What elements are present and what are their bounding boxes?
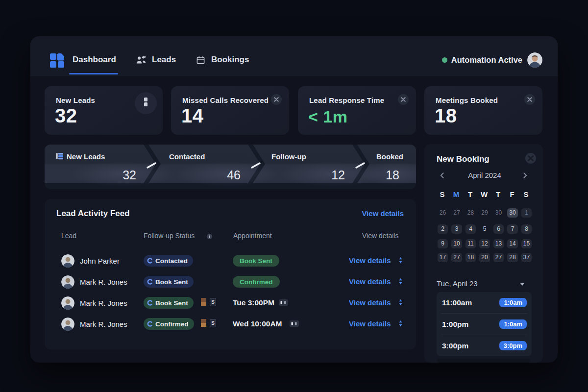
svg-text:46: 46 <box>227 168 241 182</box>
svg-text:18: 18 <box>386 168 399 182</box>
svg-text:S: S <box>211 299 215 305</box>
svg-text:12: 12 <box>331 168 345 182</box>
svg-text:Booked: Booked <box>376 152 403 161</box>
svg-text:New Leads: New Leads <box>67 152 105 161</box>
svg-text:32: 32 <box>122 168 136 182</box>
svg-text:Contacted: Contacted <box>169 152 205 161</box>
svg-text:S: S <box>211 320 215 326</box>
svg-text:Follow-up: Follow-up <box>271 152 306 161</box>
